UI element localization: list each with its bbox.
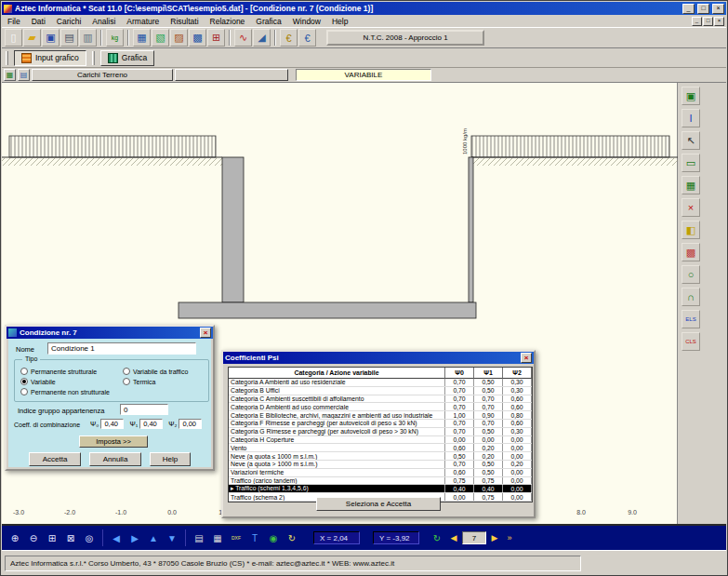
mdi-minimize-button[interactable]: _: [692, 17, 702, 26]
redraw-icon[interactable]: ↻: [284, 529, 300, 546]
zoom-out-icon[interactable]: ⊖: [25, 529, 42, 546]
next-page-button[interactable]: ▶: [488, 530, 501, 545]
psi-table-row[interactable]: Variazioni termiche0,600,500,00: [229, 469, 532, 477]
restore-button[interactable]: □: [697, 4, 709, 14]
norm-selector[interactable]: N.T.C. 2008 - Approccio 1: [326, 30, 484, 46]
condition-type-field[interactable]: VARIABILE: [296, 69, 431, 81]
regen-icon[interactable]: ↻: [429, 529, 445, 546]
currency-icon[interactable]: €: [280, 29, 298, 47]
radio-termica[interactable]: Termica: [123, 378, 208, 385]
menu-item-file[interactable]: File: [2, 17, 26, 26]
help-button[interactable]: Help: [150, 452, 191, 466]
imposta-button[interactable]: Imposta >>: [79, 435, 148, 448]
layers-small-icon[interactable]: ▤: [18, 69, 30, 81]
psi-table-row[interactable]: Categoria F Rimesse e parcheggi (per aut…: [229, 420, 532, 428]
menu-item-window[interactable]: Window: [287, 17, 326, 26]
page-number-field[interactable]: 7: [462, 531, 486, 544]
radio-variabile-da-traffico[interactable]: Variabile da traffico: [123, 368, 208, 375]
open-folder-icon[interactable]: ▰: [23, 29, 41, 47]
menu-item-risultati[interactable]: Risultati: [165, 17, 204, 26]
mdi-close-button[interactable]: ×: [714, 17, 724, 26]
zoom-window-icon[interactable]: ⊞: [44, 529, 60, 546]
close-button[interactable]: ×: [712, 4, 724, 14]
materials-icon[interactable]: ▦: [133, 29, 151, 47]
psi1-input[interactable]: 0,40: [139, 419, 163, 429]
psi0-input[interactable]: 0,40: [100, 419, 124, 429]
pointer-icon[interactable]: ↖: [682, 131, 700, 150]
panel-grid-icon[interactable]: ▦: [682, 176, 700, 194]
print-preview-icon[interactable]: ▥: [79, 29, 97, 47]
menu-item-relazione[interactable]: Relazione: [205, 17, 251, 26]
pan-down-icon[interactable]: ▼: [164, 529, 180, 546]
psi-table-row[interactable]: Vento0,600,200,00: [229, 444, 532, 452]
units-kgcm-icon[interactable]: kg: [106, 29, 124, 47]
annulla-button[interactable]: Annulla: [89, 452, 141, 466]
zoom-extents-icon[interactable]: ⊠: [62, 529, 79, 546]
radio-permanente-non-strutturale[interactable]: Permanente non strutturale: [20, 388, 123, 395]
last-page-button[interactable]: »: [503, 530, 516, 545]
circle-icon[interactable]: ○: [682, 265, 700, 284]
indice-input[interactable]: 0: [120, 404, 168, 415]
condizione-dialog-titlebar[interactable]: Condizione nr. 7 ×: [7, 327, 213, 339]
radio-variabile[interactable]: Variabile: [20, 378, 123, 385]
menu-item-help[interactable]: Help: [326, 17, 353, 26]
psi-table-row[interactable]: Neve (a quota ≤ 1000 m s.l.m.)0,500,200,…: [229, 452, 532, 461]
psi-table-row[interactable]: Categoria C Ambienti suscettibili di aff…: [229, 395, 532, 404]
pan-right-icon[interactable]: ▶: [126, 529, 143, 546]
frame-icon[interactable]: ▭: [682, 154, 700, 172]
menu-item-dati[interactable]: Dati: [26, 17, 51, 26]
window-icon[interactable]: ▣: [682, 87, 700, 105]
psi-table-row[interactable]: Categoria B Uffici0,700,500,30: [229, 387, 532, 395]
text-tool-icon[interactable]: T: [246, 529, 263, 546]
menu-item-grafica[interactable]: Grafica: [250, 17, 286, 26]
menu-item-armature[interactable]: Armature: [121, 17, 165, 26]
previous-page-button[interactable]: ◀: [447, 530, 460, 545]
tab-input-grafico[interactable]: Input grafico: [14, 50, 86, 66]
diagram-icon[interactable]: ∿: [234, 29, 252, 47]
psi2-input[interactable]: 0,00: [179, 419, 202, 429]
psi-table-row[interactable]: Categoria G Rimesse e parcheggi (per aut…: [229, 428, 532, 436]
els-icon[interactable]: ELS: [682, 310, 700, 328]
geometry-icon[interactable]: ▧: [152, 29, 169, 47]
section-icon[interactable]: ◧: [682, 221, 700, 239]
psi-table-row[interactable]: Categoria A Ambienti ad uso residenziale…: [229, 379, 532, 387]
psi-table-row[interactable]: Categoria H Coperture0,000,000,00: [229, 436, 532, 445]
arch-icon[interactable]: ∩: [682, 288, 700, 306]
menu-item-analisi[interactable]: Analisi: [86, 17, 121, 26]
psi-table-row[interactable]: Categoria E Biblioteche, archivi, magazz…: [229, 411, 532, 420]
zoom-in-icon[interactable]: ⊕: [7, 529, 23, 546]
nome-input[interactable]: Condizione 1: [47, 342, 196, 355]
color-icon[interactable]: ◉: [265, 529, 282, 546]
psi-close-button[interactable]: ×: [521, 353, 532, 363]
condizione-close-button[interactable]: ×: [200, 328, 211, 338]
pan-left-icon[interactable]: ◀: [108, 529, 125, 546]
save-icon[interactable]: ▣: [42, 29, 60, 47]
psi-table-row[interactable]: Categoria D Ambienti ad uso commerciale0…: [229, 403, 532, 411]
print-icon[interactable]: ▤: [60, 29, 78, 47]
radio-permanente-strutturale[interactable]: Permanente strutturale: [20, 368, 123, 375]
psi-dialog-titlebar[interactable]: Coefficienti Psi ×: [223, 352, 534, 364]
accetta-button[interactable]: Accetta: [29, 452, 81, 466]
grid-icon[interactable]: ▦: [209, 529, 226, 546]
psi-table-row[interactable]: Traffico (carico tandem)0,750,750,00: [229, 477, 532, 486]
delete-icon[interactable]: ×: [682, 198, 700, 217]
menu-item-carichi[interactable]: Carichi: [51, 17, 86, 26]
cls-icon[interactable]: CLS: [682, 332, 700, 351]
rebar-icon[interactable]: ▩: [682, 243, 700, 261]
dxf-export-icon[interactable]: DXF: [228, 529, 245, 546]
profile-icon[interactable]: ▨: [170, 29, 188, 47]
pan-up-icon[interactable]: ▲: [145, 529, 162, 546]
loads-icon[interactable]: ▩: [189, 29, 206, 47]
seleziona-accetta-button[interactable]: Seleziona e Accetta: [316, 497, 441, 511]
chart-icon[interactable]: ◢: [253, 29, 271, 47]
palette-icon[interactable]: ▦: [4, 69, 16, 81]
psi-table-row[interactable]: ▸ Traffico (schemi 1,3,4,5,6)0,400,400,0…: [229, 485, 532, 493]
layers-icon[interactable]: ▤: [191, 529, 207, 546]
pan-icon[interactable]: ◎: [81, 529, 98, 546]
mdi-restore-button[interactable]: □: [703, 17, 713, 26]
new-file-icon[interactable]: ▯: [5, 29, 22, 47]
tab-grafica[interactable]: Grafica: [100, 50, 154, 66]
info-icon[interactable]: I: [682, 109, 700, 127]
carichi-terreno-button[interactable]: Carichi Terreno: [32, 69, 173, 81]
measure-icon[interactable]: ⊞: [207, 29, 225, 47]
